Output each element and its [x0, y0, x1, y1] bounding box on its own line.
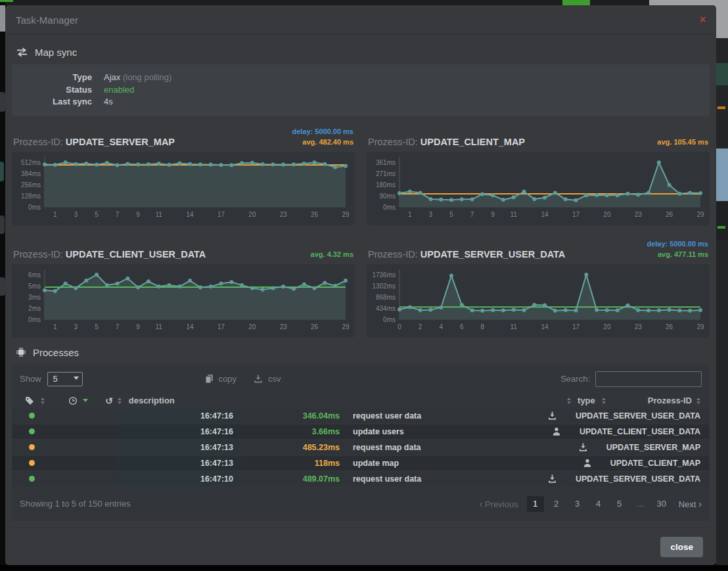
- row-duration: 346.04ms: [242, 411, 340, 421]
- svg-text:8: 8: [481, 323, 485, 331]
- sync-arrows-icon: [16, 47, 28, 57]
- background-right-green-mark: [717, 226, 725, 229]
- sort-icon[interactable]: [696, 398, 700, 404]
- svg-text:20: 20: [603, 323, 611, 331]
- charts-grid: Prozess-ID: UPDATE_SERVER_MAP delay: 500…: [12, 124, 710, 338]
- page-ellipsis: ...: [632, 496, 649, 512]
- page-button-3[interactable]: 3: [569, 496, 586, 512]
- svg-text:1302ms: 1302ms: [372, 282, 396, 289]
- row-duration: 489.07ms: [242, 474, 340, 484]
- table-row[interactable]: 16:47:13 485.23ms request map data UPDAT…: [12, 440, 710, 455]
- row-time: 16:47:13: [116, 440, 242, 455]
- column-description[interactable]: description: [129, 396, 175, 405]
- svg-text:868ms: 868ms: [376, 293, 396, 300]
- avg-label: avg. 105.45 ms: [657, 137, 708, 147]
- table-row[interactable]: 16:47:10 489.07ms request user data UPDA…: [12, 472, 710, 486]
- svg-text:23: 23: [635, 211, 643, 218]
- last-sync-value: 4s: [104, 96, 113, 108]
- svg-text:1: 1: [53, 211, 57, 218]
- page-button-1[interactable]: 1: [527, 496, 544, 512]
- svg-text:6: 6: [460, 323, 464, 331]
- next-page-button[interactable]: Next ›: [679, 498, 702, 509]
- row-prozess-id: UPDATE_SERVER_MAP: [606, 443, 710, 452]
- svg-text:512ms: 512ms: [21, 158, 41, 166]
- column-prozess-id[interactable]: Prozess-ID: [648, 396, 692, 405]
- table-row[interactable]: 16:47:13 118ms update map UPDATE_CLIENT_…: [12, 456, 710, 470]
- page-button-5[interactable]: 5: [611, 496, 628, 512]
- close-button[interactable]: close: [660, 537, 703, 557]
- processes-heading: Processes: [16, 347, 710, 358]
- background-left-frag-1: [0, 92, 5, 112]
- chart-canvas-update-server-map: 512ms384ms256ms128ms0ms13579111417202326…: [12, 152, 355, 225]
- sort-icon[interactable]: [118, 398, 122, 404]
- table-row[interactable]: 16:47:16 3.66ms update users UPDATE_CLIE…: [12, 424, 710, 439]
- table-body: 16:47:16 346.04ms request user data UPDA…: [12, 409, 710, 486]
- page-button-4[interactable]: 4: [590, 496, 607, 512]
- column-type[interactable]: type: [578, 396, 595, 405]
- svg-text:17: 17: [572, 211, 580, 218]
- svg-text:29: 29: [696, 211, 704, 218]
- delay-label: [657, 126, 708, 137]
- avg-label: avg. 477.11 ms: [647, 249, 708, 260]
- svg-text:384ms: 384ms: [21, 170, 41, 177]
- chart-canvas-update-client-map: 361ms271ms180ms90ms0ms135791114172023262…: [367, 152, 710, 225]
- history-icon: ↺: [105, 396, 113, 405]
- svg-text:17: 17: [217, 323, 225, 331]
- svg-text:23: 23: [635, 323, 643, 331]
- svg-text:20: 20: [248, 323, 256, 331]
- sort-icon[interactable]: [602, 398, 606, 404]
- svg-text:1: 1: [53, 323, 57, 331]
- row-description: update users: [340, 427, 534, 436]
- svg-text:9: 9: [491, 211, 495, 218]
- svg-text:26: 26: [666, 211, 673, 218]
- sort-icon[interactable]: [41, 398, 45, 404]
- row-type-icon: [564, 459, 610, 467]
- svg-text:3: 3: [74, 323, 78, 331]
- row-type-icon: [530, 411, 576, 420]
- sort-icon[interactable]: [567, 398, 571, 404]
- sort-desc-icon[interactable]: [83, 399, 88, 402]
- page-button-2[interactable]: 2: [548, 496, 565, 512]
- background-left-gray-block: [0, 5, 5, 32]
- svg-text:29: 29: [342, 323, 350, 331]
- modal-body: Map sync Type Ajax (long polling) Status…: [5, 35, 716, 521]
- close-icon[interactable]: ×: [700, 14, 706, 25]
- task-manager-modal: Task-Manager × Map sync Type Ajax (long …: [5, 5, 716, 565]
- chip-icon: [16, 347, 26, 357]
- svg-text:7: 7: [470, 211, 474, 218]
- page-button-30[interactable]: 30: [653, 496, 670, 512]
- svg-text:2ms: 2ms: [28, 304, 41, 311]
- background-left-green-corner: [0, 0, 13, 2]
- show-label: Show: [20, 374, 41, 384]
- svg-text:2: 2: [419, 323, 422, 331]
- svg-text:256ms: 256ms: [21, 181, 41, 188]
- table-row[interactable]: 16:47:16 346.04ms request user data UPDA…: [12, 409, 710, 423]
- row-prozess-id: UPDATE_CLIENT_MAP: [610, 459, 710, 468]
- chart-block-update-server-map: Prozess-ID: UPDATE_SERVER_MAP delay: 500…: [12, 124, 355, 225]
- svg-text:7: 7: [116, 211, 120, 218]
- row-description: request user data: [340, 411, 530, 421]
- table-toolbar: Show 5 copy: [12, 370, 710, 388]
- row-prozess-id: UPDATE_SERVER_USER_DATA: [576, 474, 710, 484]
- search-input[interactable]: [595, 371, 702, 387]
- clock-icon: [68, 396, 78, 405]
- status-dot: [29, 476, 35, 482]
- avg-label: avg. 482.40 ms: [292, 137, 353, 147]
- svg-text:0ms: 0ms: [28, 203, 41, 210]
- csv-button[interactable]: csv: [254, 374, 281, 384]
- row-duration: 485.23ms: [242, 443, 340, 452]
- row-type-icon: [560, 443, 606, 451]
- row-prozess-id: UPDATE_CLIENT_USER_DATA: [580, 427, 710, 436]
- svg-text:1736ms: 1736ms: [372, 271, 396, 278]
- status-dot: [29, 460, 35, 466]
- page-size-select[interactable]: 5: [47, 372, 83, 386]
- svg-text:6ms: 6ms: [28, 271, 41, 278]
- chart-title: Prozess-ID: UPDATE_SERVER_USER_DATA: [368, 249, 565, 260]
- background-bottom-strip: [0, 565, 728, 571]
- processes-panel: Show 5 copy: [12, 365, 710, 521]
- row-time: 16:47:16: [116, 424, 242, 439]
- svg-text:29: 29: [696, 323, 704, 331]
- copy-button[interactable]: copy: [205, 374, 237, 384]
- svg-text:434ms: 434ms: [376, 304, 396, 311]
- previous-page-button[interactable]: ‹ Previous: [479, 498, 518, 509]
